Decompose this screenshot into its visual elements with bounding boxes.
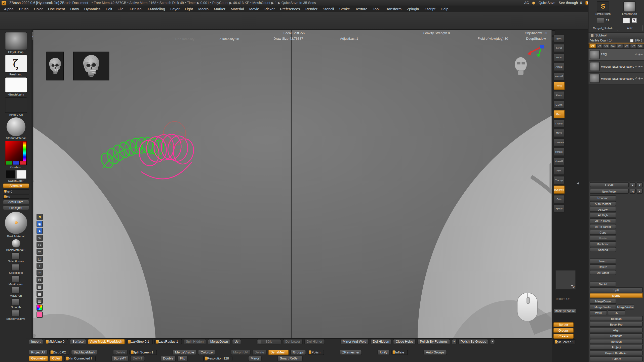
paint-icon[interactable]: ⊙	[635, 65, 637, 68]
color-picker[interactable]: Gradient	[5, 141, 27, 169]
menu-item[interactable]: Stencil	[323, 7, 334, 11]
variant-tab[interactable]: V2	[596, 44, 602, 48]
menu-item[interactable]: Movie	[249, 7, 259, 11]
see-through-slider[interactable]: See-through- 0	[559, 1, 582, 5]
shelf-button[interactable]: Rotate	[553, 148, 565, 156]
subtool-action-button[interactable]: Rename	[590, 195, 616, 200]
bottom-button[interactable]: DynaMesh	[268, 350, 289, 355]
hue-strip[interactable]	[23, 142, 26, 161]
shelf-button[interactable]: Dynamic	[553, 186, 565, 194]
current-stroke[interactable]: ζ FreeHand	[5, 55, 27, 76]
shelf-button[interactable]: Zoom3D	[553, 138, 565, 147]
bottom-button[interactable]: Smart ReSym	[277, 356, 303, 361]
bottom-button[interactable]: LazyRadius 1	[154, 339, 182, 344]
bottom-button[interactable]: Double	[160, 356, 176, 361]
shelf-button[interactable]: Transp	[553, 176, 565, 184]
subtool-action-button[interactable]: All Low	[590, 207, 616, 212]
subtool-action-button[interactable]: Split	[590, 287, 643, 292]
bottom-button[interactable]: MergeVisible	[173, 350, 196, 355]
subtool-action-button[interactable]: All To Target	[590, 224, 616, 229]
canvas-tool-icon[interactable]: ▢	[36, 256, 43, 262]
subtool-action-button[interactable]: Distribute	[590, 333, 643, 338]
canvas-tool-icon[interactable]: ◉	[36, 221, 43, 227]
bottom-button[interactable]: Import	[29, 339, 43, 344]
variant-tab[interactable]: V8	[637, 44, 643, 48]
shelf-button[interactable]: Qxyz	[553, 110, 565, 118]
bottom-button[interactable]: MidValue 0	[45, 339, 68, 344]
eraser-brush[interactable]: EraserBrush	[617, 1, 642, 16]
subtool-action-button[interactable]: All High	[590, 213, 616, 218]
new-folder-button[interactable]: New Folder	[590, 189, 629, 194]
menu-item[interactable]: Zplugin	[407, 7, 419, 11]
menu-item[interactable]: Color	[34, 7, 43, 11]
shelf-button[interactable]: Frame	[553, 119, 565, 128]
canvas-scrollbar[interactable]	[549, 163, 551, 191]
eye-icon[interactable]: ◉	[638, 77, 640, 80]
subtool-action-button[interactable]: Del Other	[590, 270, 616, 275]
subtool-action-button[interactable]: Align	[590, 328, 643, 333]
switch-color-icon[interactable]	[6, 170, 26, 179]
bottom-button[interactable]: Uv	[232, 339, 241, 344]
canvas-tool-icon[interactable]: ⊠	[36, 277, 43, 283]
mask-by-feature-button[interactable]: MaskByFeature	[553, 308, 576, 313]
switch-color[interactable]: SwitchColor	[6, 170, 26, 182]
bottom-button[interactable]: Delete	[252, 350, 266, 355]
move-up-button[interactable]: ▲	[630, 182, 636, 187]
bottom-button[interactable]: Polish By Features	[418, 339, 450, 344]
menu-item[interactable]: Preferences	[280, 7, 300, 11]
active-tool-label[interactable]: 23강	[617, 25, 642, 31]
tray-tool[interactable]: MaskLasso	[9, 276, 23, 286]
folder-icon[interactable]: ▸	[641, 65, 643, 68]
bottom-button[interactable]: Geometry	[29, 356, 48, 361]
blur-slider[interactable]: Blur 0	[3, 189, 29, 193]
shelf-button[interactable]: Actual	[553, 63, 565, 71]
bottom-button[interactable]: SDiv	[257, 339, 281, 344]
shelf-button[interactable]: LineFill	[553, 157, 565, 165]
tray-tool[interactable]: SelectLasso	[8, 252, 24, 263]
menu-item[interactable]: Dynamics	[84, 7, 101, 11]
variant-tab[interactable]: V6	[623, 44, 630, 48]
bottom-button[interactable]: Del Hidden	[370, 339, 391, 344]
subtool-action-button[interactable]: MergeVisible	[617, 304, 634, 309]
camera-head-preview[interactable]	[512, 56, 530, 77]
blue-swatch[interactable]	[13, 161, 19, 165]
subtool-action-button[interactable]: MergeDown	[590, 299, 616, 304]
subtool-action-button[interactable]: Extract	[590, 356, 643, 361]
tool-slot[interactable]: 3	[617, 17, 642, 24]
bottom-button[interactable]: LazyStep 0.1	[126, 339, 153, 344]
rf-slider[interactable]: Rf 0	[3, 195, 29, 199]
menu-item[interactable]: Stroke	[339, 7, 350, 11]
subtool-action-button[interactable]: Uv	[608, 310, 625, 315]
red-swatch[interactable]	[20, 161, 26, 165]
menu-item[interactable]: Alpha	[4, 7, 14, 11]
canvas-tool-icon[interactable]: ↶	[36, 270, 43, 276]
menu-item[interactable]: Macro	[198, 7, 209, 11]
shelf-button[interactable]: Solo	[553, 195, 565, 203]
move-down-button[interactable]: ▼	[637, 182, 643, 187]
subtool-item[interactable]: Merged_Skull-decimation2_4 ⊙◉▸	[589, 73, 644, 84]
bottom-button[interactable]: Resolution 128	[203, 356, 233, 361]
border-button[interactable]: Border	[553, 322, 574, 327]
reference-thumbnail[interactable]	[46, 52, 64, 80]
bottom-button[interactable]: Dist 0.02	[49, 350, 70, 355]
sculpt-viewport[interactable]	[33, 30, 552, 339]
menu-item[interactable]: Document	[48, 7, 65, 11]
thumbnail-toggle[interactable]	[630, 39, 633, 42]
bottom-button[interactable]: Colorize	[198, 350, 215, 355]
bottom-button[interactable]: Inflate	[391, 350, 408, 355]
bottom-button[interactable]: BackfaceMask	[71, 350, 98, 355]
current-material[interactable]: StartupMaterial	[6, 117, 25, 140]
bottom-button[interactable]: Polish	[308, 350, 324, 355]
bottom-button[interactable]: Split Hidden	[183, 339, 206, 344]
tray-tool[interactable]: Smooth	[11, 298, 21, 309]
menu-item[interactable]: Material	[231, 7, 244, 11]
tool-slot[interactable]: 11	[590, 17, 616, 24]
menu-item[interactable]: Draw	[70, 7, 79, 11]
menu-item[interactable]: Layer	[170, 7, 180, 11]
simple-brush[interactable]: S SimpleBrush	[590, 1, 616, 16]
gradient-picker-icon[interactable]	[5, 141, 27, 165]
subtool-header[interactable]: ▦ Subtool	[589, 33, 644, 38]
accucurve-button[interactable]: AccuCurve	[3, 200, 29, 204]
visible-count-slider[interactable]: Visible Count 14 SPix 3	[589, 38, 644, 43]
subtool-item[interactable]: Merged_Skull-decimation2 ⊙◉▸	[589, 61, 644, 73]
